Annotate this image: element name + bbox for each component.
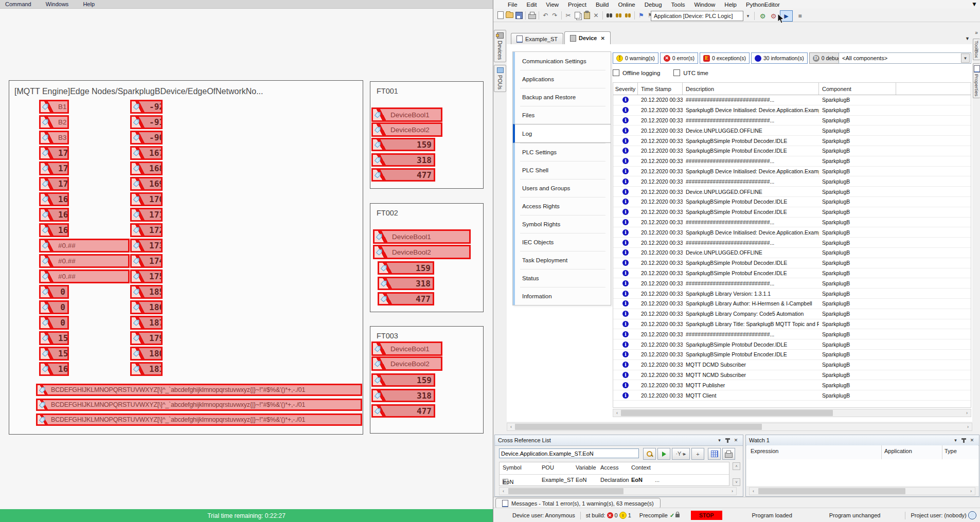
print-icon[interactable] (528, 11, 537, 20)
tag-display[interactable]: 181 (130, 362, 163, 376)
tag-display[interactable]: 0 (39, 300, 69, 314)
log-row[interactable]: i20.12.2020 00:33:04SparkplugB Library V… (613, 289, 971, 299)
tag-display[interactable]: 170 (130, 192, 163, 206)
tag-display[interactable]: 162 (39, 208, 69, 222)
tag-display[interactable]: 0 (39, 316, 69, 330)
scroll-left-icon[interactable]: ‹ (750, 488, 757, 495)
log-row[interactable]: i20.12.2020 00:33:04SparkplugBSimple Pro… (613, 207, 971, 218)
tab-properties[interactable]: Properties (973, 63, 980, 98)
log-row[interactable]: i20.12.2020 00:33:04SparkplugB Device In… (613, 105, 971, 116)
tag-display[interactable]: 159 (39, 347, 69, 361)
tag-display[interactable]: 178 (39, 177, 69, 191)
close-panel-icon[interactable]: ✕ (968, 438, 976, 443)
tag-display[interactable]: BCDEFGHIJKLMNOPQRSTUVWXYZ[\]^_`abcdefghi… (36, 399, 362, 411)
menu-project[interactable]: Project (564, 2, 591, 8)
tag-display[interactable]: 179 (130, 331, 163, 345)
menu-tools[interactable]: Tools (667, 2, 689, 8)
tag-display[interactable]: 187 (130, 316, 163, 330)
nav-item-backup-and-restore[interactable]: Backup and Restore (513, 88, 611, 106)
editor-hscrollbar[interactable]: ‹ › (507, 423, 972, 431)
tag-display[interactable]: 477 (378, 292, 434, 305)
replace-icon[interactable] (614, 11, 623, 20)
panel-dropdown-icon[interactable]: ▾ (716, 438, 723, 443)
new-file-icon[interactable] (496, 11, 505, 20)
save-icon[interactable] (514, 11, 523, 20)
find-icon[interactable] (605, 11, 614, 20)
tag-display[interactable]: BCDEFGHIJKLMNOPQRSTUVWXYZ[\]^_`abcdefghi… (36, 413, 362, 426)
chevron-right-icon[interactable]: » (975, 30, 978, 35)
tag-display[interactable]: DeviceBool2 (371, 356, 442, 371)
tag-display[interactable]: 171 (130, 208, 163, 222)
log-row[interactable]: i20.12.2020 00:33:04Device.UNPLUGGED.OFF… (613, 248, 971, 258)
log-row[interactable]: i20.12.2020 00:33:04####################… (613, 156, 971, 167)
menu-command[interactable]: Command (5, 1, 31, 7)
col-application[interactable]: Application (884, 448, 912, 454)
checkbox-icon[interactable] (673, 69, 680, 76)
log-row[interactable]: i20.12.2020 00:33:04Device.UNPLUGGED.OFF… (613, 125, 971, 136)
pin-icon[interactable] (727, 438, 728, 443)
login-icon[interactable]: ⚙ (758, 11, 767, 21)
tag-display[interactable]: DeviceBool1 (371, 341, 442, 356)
utc-time-checkbox[interactable]: UTC time (673, 69, 708, 76)
tag-display[interactable]: 318 (371, 389, 435, 402)
tag-display[interactable]: 168 (130, 161, 163, 175)
nav-item-plc-shell[interactable]: PLC Shell (513, 161, 611, 179)
tag-display[interactable]: B2 (39, 115, 69, 129)
go-button[interactable] (657, 448, 670, 460)
open-file-icon[interactable] (505, 11, 514, 20)
log-table-hscrollbar[interactable]: ‹ › (613, 409, 971, 417)
cut-icon[interactable]: ✂ (564, 11, 573, 20)
tag-display[interactable]: 158 (39, 331, 69, 345)
tag-display[interactable]: 177 (39, 161, 69, 175)
tag-display[interactable]: 175 (130, 269, 163, 283)
tag-display[interactable]: #0.## (39, 239, 130, 253)
menu-pythoneditor[interactable]: PythonEditor (742, 2, 784, 8)
log-row[interactable]: i20.12.2020 00:33:04SparkplugB Device In… (613, 227, 971, 238)
log-row[interactable]: i20.12.2020 00:33:04####################… (613, 116, 971, 126)
cross-reference-row[interactable]: EoN Example_ST EoN Declaration EoN ... (500, 475, 729, 486)
log-row[interactable]: i20.12.2020 00:33:04SparkplugB Library T… (613, 319, 971, 330)
menu-windows[interactable]: Windows (46, 1, 69, 7)
offline-logging-checkbox[interactable]: Offline logging (613, 69, 660, 76)
col-symbol[interactable]: Symbol (503, 464, 522, 471)
send-to-watch-button[interactable] (708, 448, 721, 460)
tag-display[interactable]: 318 (378, 277, 434, 290)
tag-display[interactable]: DeviceBool1 (373, 229, 471, 244)
nav-item-applications[interactable]: Applications (513, 70, 611, 88)
col-access[interactable]: Access (600, 464, 618, 471)
log-row[interactable]: i20.12.2020 00:33:04Device.UNPLUGGED.OFF… (613, 187, 971, 197)
col-variable[interactable]: Variable (576, 464, 596, 471)
scroll-down-icon[interactable]: ˅ (733, 478, 740, 486)
log-row[interactable]: i20.12.2020 00:33:04####################… (613, 95, 971, 105)
log-row[interactable]: i20.12.2020 00:33:04SparkplugB Library A… (613, 299, 971, 309)
nav-item-communication-settings[interactable]: Communication Settings (513, 52, 611, 70)
delete-icon[interactable]: ✕ (592, 11, 600, 20)
col-description[interactable]: Description (683, 83, 819, 95)
nav-item-users-and-groups[interactable]: Users and Groups (513, 179, 611, 197)
menu-build[interactable]: Build (592, 2, 613, 8)
badge-information[interactable]: 30 information(s) (751, 52, 808, 64)
filter-button[interactable]: ·Y·▸ (672, 448, 690, 460)
scroll-right-icon[interactable]: › (967, 488, 975, 495)
tag-display[interactable]: 173 (130, 239, 163, 253)
tag-display[interactable]: -91 (130, 115, 163, 129)
log-row[interactable]: i20.12.2020 00:33:04SparkplugBSimple Pro… (613, 136, 971, 146)
tab-list-dropdown-icon[interactable]: ▼ (965, 36, 970, 41)
tag-display[interactable]: B1 (39, 100, 69, 114)
tag-display[interactable]: 163 (39, 223, 69, 237)
log-row[interactable]: i20.12.2020 00:33:04####################… (613, 238, 971, 248)
nav-item-access-rights[interactable]: Access Rights (513, 197, 611, 215)
log-row[interactable]: i20.12.2020 00:33:04SparkplugBSimple Pro… (613, 146, 971, 156)
tag-display[interactable]: 477 (371, 168, 435, 182)
tag-display[interactable]: 0 (39, 285, 69, 299)
scroll-up-icon[interactable]: ˄ (733, 462, 740, 470)
tag-display[interactable]: #0.## (39, 269, 130, 283)
menu-help[interactable]: Help (83, 1, 95, 7)
log-row[interactable]: i20.12.2020 00:33:04SparkplugBSimple Pro… (613, 339, 971, 350)
badge-exception[interactable]: E0 exception(s) (700, 52, 750, 64)
pin-icon[interactable] (963, 438, 965, 443)
log-row[interactable]: i20.12.2020 00:33:04MQTT ClientSparkplug… (613, 390, 971, 401)
watch-hscrollbar[interactable]: ‹ › (749, 487, 975, 495)
col-pou[interactable]: POU (542, 464, 554, 471)
tag-display[interactable]: 186 (130, 300, 163, 314)
